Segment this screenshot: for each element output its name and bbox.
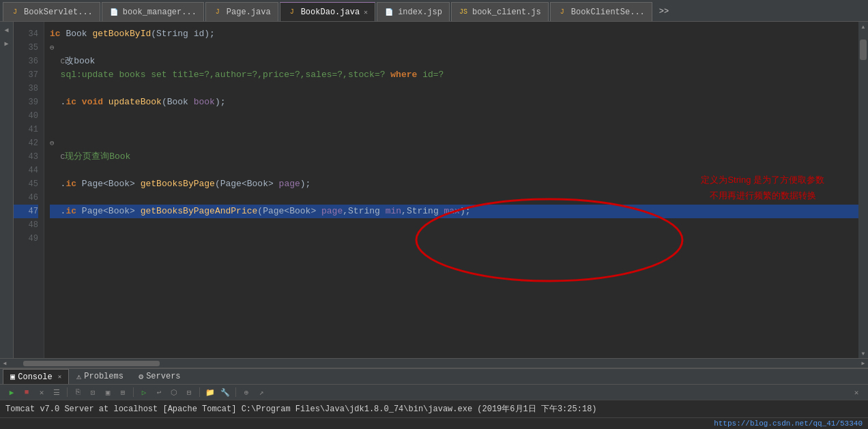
- servers-label: Servers: [146, 372, 180, 381]
- problems-label: Problems: [84, 372, 124, 381]
- scroll-right-button[interactable]: ▶: [858, 359, 868, 368]
- code-line-43: C现分页查询Book: [50, 150, 858, 164]
- code-content[interactable]: ic Book getBookById(String id); ⊖ C改book…: [44, 22, 858, 358]
- tab-bookservlet[interactable]: J BookServlet...: [3, 2, 100, 21]
- tab-bookdao[interactable]: J BookDao.java ✕: [280, 2, 375, 21]
- code-line-48: [50, 218, 858, 232]
- tab-label: BookClientSe...: [571, 8, 645, 17]
- expand-button[interactable]: ▶: [1, 38, 12, 49]
- collapse-button[interactable]: ◀: [1, 25, 12, 35]
- app-container: J BookServlet... 📄 book_manager... J Pag…: [0, 0, 868, 429]
- code-line-37: sql:update books set title=?,author=?,pr…: [50, 68, 858, 82]
- tab-label: BookDao.java: [301, 8, 360, 17]
- run2-button[interactable]: ▷: [138, 386, 150, 398]
- console-close-icon[interactable]: ✕: [58, 373, 61, 381]
- code-line-47: .ic Page<Book> getBooksByPageAndPrice(Pa…: [50, 205, 858, 218]
- h-scroll-track[interactable]: [10, 360, 858, 367]
- scroll-thumb[interactable]: [860, 40, 867, 60]
- code-editor[interactable]: 34 35 36 37 38 39 40 41 42 43 44 45 46 4…: [14, 22, 868, 358]
- code-line-40: [50, 109, 858, 123]
- tab-bookclientse[interactable]: J BookClientSe...: [550, 2, 652, 21]
- jsp-icon: 📄: [109, 8, 119, 17]
- copy-button[interactable]: ⎘: [72, 386, 84, 398]
- terminate-button[interactable]: ✕: [35, 386, 48, 398]
- tab-label: BookServlet...: [24, 8, 93, 17]
- settings-button[interactable]: ⬡: [168, 386, 180, 398]
- scroll-track[interactable]: [858, 31, 868, 349]
- stop-button[interactable]: ■: [20, 386, 33, 398]
- menu-button[interactable]: ☰: [50, 386, 63, 398]
- tab-book-client-js[interactable]: JS book_client.js: [451, 2, 549, 21]
- annotation-text-line1: 定义为String 是为了方便取参数: [701, 172, 824, 188]
- console-tab-servers[interactable]: ⚙ Servers: [131, 369, 188, 384]
- problems-icon: ⚠: [76, 372, 81, 382]
- h-scroll-thumb[interactable]: [23, 361, 160, 366]
- scroll-down-button[interactable]: ▼: [858, 349, 868, 358]
- console-label: Console: [18, 372, 52, 382]
- close-console-button[interactable]: ✕: [850, 386, 863, 398]
- more-tabs-button[interactable]: >>: [654, 2, 674, 21]
- console-tab-problems[interactable]: ⚠ Problems: [69, 369, 131, 384]
- tab-label: Page.java: [227, 8, 271, 17]
- wrench-button[interactable]: 🔧: [219, 386, 231, 398]
- editor-area: ◀ ▶ 34 35 36 37 38 39 40 41 42 43 44 45 …: [0, 22, 868, 358]
- separator2: [133, 387, 134, 397]
- tab-page-java[interactable]: J Page.java: [205, 2, 278, 21]
- java-icon: J: [558, 8, 567, 17]
- tab-label: book_manager...: [123, 8, 197, 17]
- annotation-container: 定义为String 是为了方便取参数 不用再进行频繁的数据转换: [701, 172, 824, 204]
- console-area: ▣ Console ✕ ⚠ Problems ⚙ Servers ▶ ■ ✕ ☰…: [0, 368, 868, 429]
- status-bar: https://blog.csdn.net/qq_41/53340: [0, 417, 868, 429]
- code-line-38: [50, 82, 858, 95]
- export-button[interactable]: ↗: [255, 386, 267, 398]
- annotation-text-line2: 不用再进行频繁的数据转换: [701, 188, 824, 203]
- add-button[interactable]: ⊕: [240, 386, 252, 398]
- separator: [67, 387, 68, 397]
- separator4: [235, 387, 236, 397]
- code-line-41: [50, 123, 858, 136]
- code-line-42: ⊖: [50, 136, 858, 150]
- line-numbers: 34 35 36 37 38 39 40 41 42 43 44 45 46 4…: [14, 22, 44, 358]
- separator3: [199, 387, 200, 397]
- run-button[interactable]: ▶: [5, 386, 18, 398]
- code-line-34: ic Book getBookById(String id);: [50, 27, 858, 41]
- tab-bar: J BookServlet... 📄 book_manager... J Pag…: [0, 0, 868, 22]
- right-scrollbar[interactable]: ▲ ▼: [858, 22, 868, 358]
- code-line-36: C改book: [50, 55, 858, 68]
- tab-close-icon[interactable]: ✕: [364, 8, 368, 16]
- console-tab-bar: ▣ Console ✕ ⚠ Problems ⚙ Servers: [0, 369, 868, 385]
- tab-label: book_client.js: [472, 8, 541, 17]
- scroll-up-button[interactable]: ▲: [858, 22, 868, 31]
- console-icon: ▣: [10, 372, 15, 382]
- tab-book-manager[interactable]: 📄 book_manager...: [102, 2, 204, 21]
- view-button[interactable]: ▣: [102, 386, 114, 398]
- layout-button[interactable]: ⊞: [117, 386, 129, 398]
- folder-button[interactable]: 📁: [204, 386, 216, 398]
- scroll-left-button[interactable]: ◀: [0, 359, 10, 368]
- js-icon: JS: [459, 8, 468, 17]
- paste-button[interactable]: ⊡: [87, 386, 99, 398]
- console-log: Tomcat v7.0 Server at localhost [Apache …: [0, 400, 868, 417]
- java-icon: J: [213, 8, 222, 17]
- servers-icon: ⚙: [139, 372, 143, 382]
- console-tab-console[interactable]: ▣ Console ✕: [3, 369, 69, 384]
- java-icon: J: [10, 8, 20, 17]
- code-line-35: ⊖: [50, 41, 858, 55]
- code-line-39: .ic void updateBook(Book book);: [50, 95, 858, 109]
- code-line-49: [50, 232, 858, 246]
- minus-button[interactable]: ⊟: [183, 386, 195, 398]
- tab-index-jsp[interactable]: 📄 index.jsp: [377, 2, 450, 21]
- jsp-icon: 📄: [384, 8, 394, 17]
- java-icon: J: [287, 8, 297, 17]
- log-line: Tomcat v7.0 Server at localhost [Apache …: [5, 403, 863, 416]
- tab-label: index.jsp: [398, 8, 442, 17]
- console-toolbar: ▶ ■ ✕ ☰ ⎘ ⊡ ▣ ⊞ ▷ ↩ ⬡ ⊟ 📁 🔧 ⊕ ↗ ✕: [0, 385, 868, 400]
- left-gutter: ◀ ▶: [0, 22, 14, 358]
- horizontal-scrollbar[interactable]: ◀ ▶: [0, 358, 868, 368]
- back-button[interactable]: ↩: [153, 386, 165, 398]
- csdn-url[interactable]: https://blog.csdn.net/qq_41/53340: [714, 419, 863, 428]
